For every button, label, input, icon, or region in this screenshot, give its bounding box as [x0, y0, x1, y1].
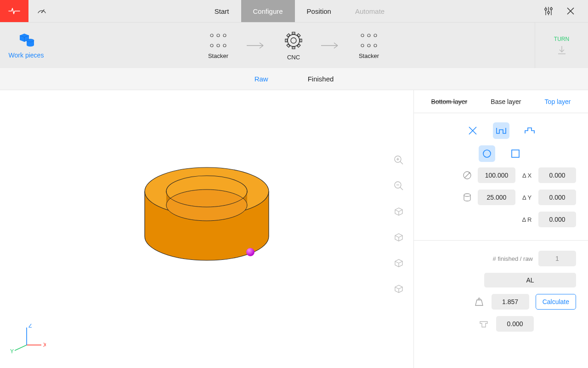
svg-rect-51: [512, 150, 519, 157]
svg-point-36: [166, 190, 247, 221]
app-logo-button[interactable]: [0, 0, 28, 22]
process-step-stacker-in[interactable]: Stacker: [207, 32, 229, 59]
svg-point-18: [217, 44, 220, 47]
svg-point-19: [223, 44, 226, 47]
nav-tab-position[interactable]: Position: [295, 0, 343, 22]
layer-tab-base[interactable]: Base layer: [491, 98, 521, 105]
close-icon: [566, 6, 575, 16]
sidebar-workpieces[interactable]: Work pieces: [0, 23, 52, 68]
zoom-in-button[interactable]: [393, 155, 404, 166]
profile-recess-button[interactable]: [493, 122, 509, 139]
cube-front-icon: [393, 232, 404, 243]
square-icon: [510, 149, 520, 159]
view-side-button[interactable]: [393, 258, 404, 269]
process-step-stacker-out[interactable]: Stacker: [358, 32, 380, 59]
delta-r-field[interactable]: 0.000: [538, 212, 576, 227]
svg-point-29: [374, 44, 377, 47]
calculate-button[interactable]: Calculate: [536, 294, 576, 310]
delta-y-field[interactable]: 0.000: [538, 190, 576, 205]
settings-button[interactable]: [544, 6, 553, 16]
shape-square-button[interactable]: [507, 145, 524, 162]
svg-point-21: [291, 38, 296, 43]
svg-point-22: [288, 34, 300, 46]
download-icon: [557, 45, 567, 55]
svg-point-25: [368, 34, 370, 37]
zoom-in-icon: [393, 155, 404, 166]
workpieces-icon: [17, 32, 36, 48]
sidebar-workpieces-label: Work pieces: [9, 52, 44, 59]
zoom-out-button[interactable]: [393, 180, 404, 191]
material-select[interactable]: AL: [484, 273, 576, 288]
cube-top-icon: [393, 283, 404, 294]
subtab-raw[interactable]: Raw: [254, 75, 268, 83]
shape-circle-button[interactable]: [479, 145, 495, 162]
sliders-icon: [544, 6, 553, 16]
delta-x-label: Δ X: [520, 172, 534, 179]
arrow-right-icon: [320, 41, 341, 50]
weight-field[interactable]: 1.857: [492, 294, 529, 310]
svg-point-17: [210, 44, 213, 47]
diameter-icon: [462, 170, 472, 180]
svg-point-6: [548, 12, 549, 13]
svg-point-14: [210, 34, 213, 37]
svg-point-1: [41, 12, 43, 13]
delta-y-label: Δ Y: [520, 194, 534, 201]
svg-point-54: [464, 194, 470, 196]
gauge-icon: [36, 6, 47, 17]
close-button[interactable]: [566, 6, 575, 16]
process-step-cnc-label: CNC: [287, 54, 300, 61]
svg-point-16: [223, 34, 226, 37]
view-iso-button[interactable]: [393, 206, 404, 217]
svg-line-46: [15, 345, 27, 351]
svg-point-15: [217, 34, 220, 37]
profile-none-button[interactable]: [464, 122, 481, 139]
turn-download-button[interactable]: TURN: [535, 23, 588, 68]
svg-point-50: [483, 150, 491, 157]
gear-icon: [283, 30, 304, 51]
finished-raw-ratio-field[interactable]: 1: [538, 251, 576, 266]
nav-tab-automate: Automate: [343, 0, 396, 22]
svg-point-28: [368, 44, 370, 47]
axis-x-label: X: [43, 342, 46, 348]
viewport-3d[interactable]: X Y Z: [0, 90, 413, 368]
view-top-button[interactable]: [393, 283, 404, 294]
axis-z-label: Z: [28, 324, 32, 329]
delta-r-label: Δ R: [520, 216, 534, 223]
svg-point-27: [361, 44, 364, 47]
circle-icon: [482, 149, 492, 159]
extra-field[interactable]: 0.000: [496, 316, 534, 332]
svg-point-37: [246, 248, 254, 256]
finished-raw-ratio-label: # finished / raw: [493, 255, 533, 262]
nav-tab-configure[interactable]: Configure: [241, 0, 295, 22]
stacker-grid-icon: [207, 32, 229, 49]
gripper-icon: [479, 319, 489, 329]
turn-label: TURN: [554, 36, 569, 42]
boss-icon: [524, 126, 535, 135]
svg-line-53: [464, 172, 470, 178]
arrow-right-icon: [246, 41, 267, 50]
height-field[interactable]: 25.000: [478, 190, 515, 205]
process-step-stacker-in-label: Stacker: [208, 52, 228, 59]
axis-triad: X Y Z: [9, 324, 46, 356]
speed-gauge-button[interactable]: [28, 0, 55, 22]
layer-tab-top[interactable]: Top layer: [545, 98, 571, 105]
view-front-button[interactable]: [393, 232, 404, 243]
nav-tab-start[interactable]: Start: [203, 0, 241, 22]
svg-point-24: [361, 34, 364, 37]
cube-iso-icon: [393, 206, 404, 217]
subtab-finished[interactable]: Finished: [308, 75, 334, 83]
axis-y-label: Y: [10, 348, 14, 355]
delta-x-field[interactable]: 0.000: [538, 167, 576, 183]
recess-icon: [496, 126, 507, 135]
diameter-field[interactable]: 100.000: [478, 167, 515, 183]
pulse-icon: [8, 7, 20, 15]
height-icon: [462, 192, 472, 202]
workpiece-3d-render: [0, 90, 413, 368]
svg-point-5: [545, 8, 547, 10]
svg-point-7: [550, 8, 552, 10]
layer-tab-bottom[interactable]: Bottom layer: [431, 98, 468, 105]
profile-boss-button[interactable]: [521, 122, 538, 139]
weight-icon: [474, 297, 484, 307]
svg-line-43: [400, 187, 403, 190]
process-step-cnc[interactable]: CNC: [283, 30, 304, 61]
